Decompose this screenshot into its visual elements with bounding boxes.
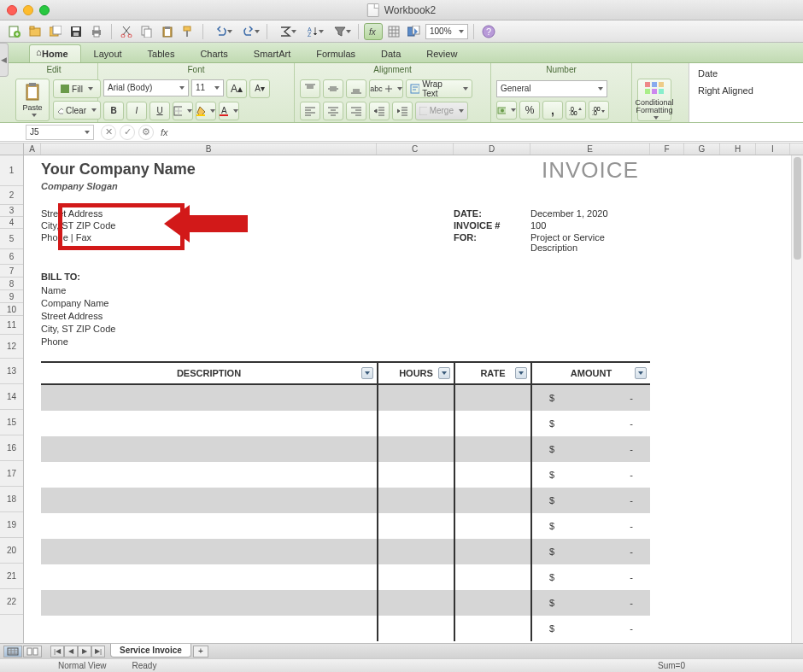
row-header-5[interactable]: 5 [0, 229, 23, 249]
row-header-3[interactable]: 3 [0, 205, 23, 217]
align-top-button[interactable] [300, 79, 320, 98]
accept-formula-button[interactable]: ✓ [120, 125, 135, 140]
open-button[interactable] [26, 23, 44, 40]
row-header-6[interactable]: 6 [0, 249, 23, 265]
row-header-22[interactable]: 22 [0, 589, 23, 615]
row-header-18[interactable]: 18 [0, 487, 23, 512]
row-header-9[interactable]: 9 [0, 290, 23, 303]
select-all-corner[interactable] [0, 143, 24, 155]
redo-button[interactable] [236, 23, 261, 40]
filter-hours[interactable] [438, 367, 450, 379]
filter-description[interactable] [361, 367, 373, 379]
decrease-indent-button[interactable] [369, 102, 390, 120]
copy-button[interactable] [138, 23, 156, 40]
toggle-gridlines-button[interactable] [384, 23, 403, 40]
italic-button[interactable]: I [126, 102, 147, 120]
row-header-12[interactable]: 12 [0, 335, 23, 359]
minimize-window-button[interactable] [23, 5, 33, 15]
invoice-row[interactable]: $- [41, 564, 650, 590]
col-header-hours[interactable]: HOURS [377, 363, 454, 383]
invoice-row[interactable]: $- [41, 590, 650, 616]
row-header-2[interactable]: 2 [0, 186, 23, 205]
normal-view-button[interactable] [3, 646, 22, 657]
invoice-row[interactable]: $- [41, 462, 650, 488]
col-header-E[interactable]: E [530, 143, 650, 155]
row-header-11[interactable]: 11 [0, 316, 23, 335]
row-header-21[interactable]: 21 [0, 564, 23, 589]
invoice-row[interactable]: $- [41, 488, 650, 513]
close-window-button[interactable] [7, 5, 17, 15]
first-sheet-button[interactable]: |◀ [50, 646, 64, 657]
row-header-14[interactable]: 14 [0, 384, 23, 410]
sheet-tab-active[interactable]: Service Invoice [110, 644, 191, 657]
percent-button[interactable]: % [519, 101, 540, 120]
invoice-row[interactable]: $- [41, 539, 650, 564]
zoom-window-button[interactable] [39, 5, 50, 15]
add-sheet-button[interactable]: + [193, 646, 208, 657]
col-header-F[interactable]: F [650, 143, 684, 155]
row-header-10[interactable]: 10 [0, 303, 23, 316]
currency-button[interactable] [496, 101, 517, 120]
help-button[interactable]: ? [479, 23, 498, 40]
col-header-C[interactable]: C [377, 143, 454, 155]
merge-button[interactable]: Merge [415, 102, 468, 120]
print-button[interactable] [87, 23, 106, 40]
row-header-1[interactable]: 1 [0, 155, 23, 186]
conditional-formatting-button[interactable]: Conditional Formatting [637, 79, 671, 121]
paste-big-button[interactable]: Paste [15, 79, 50, 121]
orientation-button[interactable]: abc [369, 79, 403, 98]
ribbon-tab-data[interactable]: Data [368, 44, 413, 62]
next-sheet-button[interactable]: ▶ [78, 646, 91, 657]
sort-button[interactable]: AZ [300, 23, 325, 40]
col-header-D[interactable]: D [454, 143, 530, 155]
prev-sheet-button[interactable]: ◀ [64, 646, 78, 657]
page-layout-view-button[interactable] [23, 646, 42, 657]
invoice-row[interactable]: $- [41, 385, 650, 411]
filter-rate[interactable] [515, 367, 527, 379]
number-format-combo[interactable]: General [496, 80, 607, 97]
align-left-button[interactable] [300, 102, 320, 120]
format-painter-button[interactable] [179, 23, 197, 40]
last-sheet-button[interactable]: ▶| [91, 646, 105, 657]
show-formula-bar-button[interactable]: fx [364, 23, 383, 40]
invoice-row[interactable]: $- [41, 513, 650, 539]
bold-button[interactable]: B [103, 102, 124, 120]
col-header-description[interactable]: DESCRIPTION [41, 363, 377, 383]
filter-button[interactable] [327, 23, 353, 40]
formula-builder-button[interactable]: ⚙ [138, 125, 154, 140]
ribbon-tab-review[interactable]: Review [413, 44, 470, 62]
align-bottom-button[interactable] [346, 79, 366, 98]
row-header-7[interactable]: 7 [0, 265, 23, 278]
worksheet-cells[interactable]: Your Company Name Company Slogan INVOICE… [24, 155, 791, 643]
font-name-combo[interactable]: Arial (Body) [103, 79, 189, 96]
font-color-button[interactable]: A [219, 102, 239, 120]
decrease-decimal-button[interactable]: .00.0 [589, 101, 609, 120]
increase-decimal-button[interactable]: .0.00 [566, 101, 586, 120]
align-center-button[interactable] [323, 102, 343, 120]
paste-button[interactable] [158, 23, 177, 40]
col-header-H[interactable]: H [720, 143, 756, 155]
zoom-combo[interactable]: 100% [425, 24, 468, 39]
fill-button[interactable]: Fill [53, 79, 101, 98]
invoice-row[interactable]: $- [41, 436, 650, 462]
grow-font-button[interactable]: A▴ [226, 79, 247, 98]
comma-button[interactable]: , [542, 101, 563, 120]
wrap-text-button[interactable]: Wrap Text [406, 79, 472, 98]
row-header-19[interactable]: 19 [0, 512, 23, 538]
font-size-combo[interactable]: 11 [191, 79, 224, 96]
col-header-A[interactable]: A [24, 143, 41, 155]
row-header-20[interactable]: 20 [0, 538, 23, 564]
row-header-17[interactable]: 17 [0, 461, 23, 487]
underline-button[interactable]: U [149, 102, 170, 120]
name-box[interactable]: J5 [26, 125, 94, 140]
align-right-button[interactable] [346, 102, 366, 120]
row-header-8[interactable]: 8 [0, 278, 23, 290]
slicer-date[interactable]: Date [698, 68, 794, 79]
ribbon-tab-layout[interactable]: Layout [81, 44, 135, 62]
row-header-13[interactable]: 13 [0, 359, 23, 384]
cancel-formula-button[interactable]: ✕ [101, 125, 116, 140]
undo-button[interactable] [208, 23, 234, 40]
align-middle-button[interactable] [323, 79, 343, 98]
row-header-4[interactable]: 4 [0, 217, 23, 229]
slicer-right-aligned[interactable]: Right Aligned [698, 85, 794, 96]
